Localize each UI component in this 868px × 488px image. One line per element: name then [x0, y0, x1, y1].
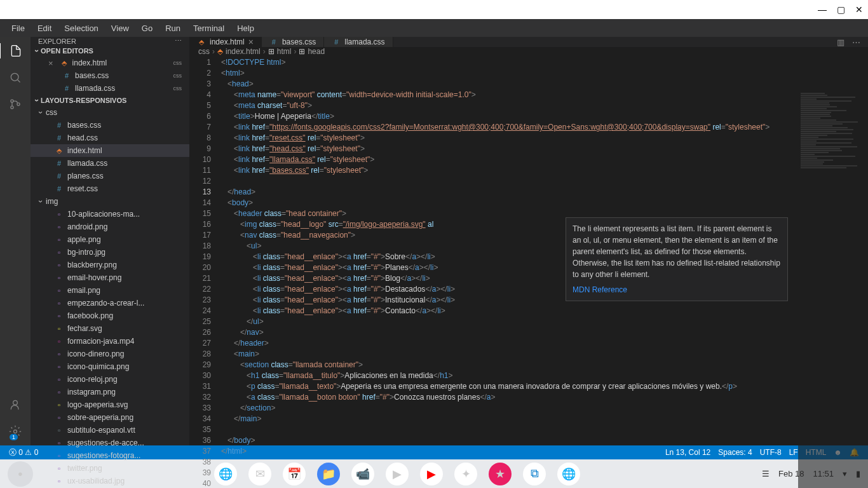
sidebar-more-icon[interactable]: ⋯	[175, 37, 182, 45]
open-editor-bases[interactable]: #bases.csscss	[31, 69, 189, 82]
file-planes-css[interactable]: #planes.css	[31, 170, 189, 182]
section-open-editors[interactable]: OPEN EDITORS	[31, 45, 189, 57]
file-item[interactable]: ▫empezando-a-crear-l...	[31, 297, 189, 309]
svg-line-1	[18, 80, 20, 83]
minimize-button[interactable]: —	[818, 4, 827, 15]
folder-img[interactable]: img	[31, 195, 189, 208]
open-editor-llamada[interactable]: #llamada.csscss	[31, 82, 189, 95]
folder-css[interactable]: css	[31, 106, 189, 119]
menu-help[interactable]: Help	[231, 21, 261, 36]
more-actions-icon[interactable]: ⋯	[852, 37, 860, 47]
svg-point-3	[11, 106, 13, 109]
menu-view[interactable]: View	[105, 21, 135, 36]
menu-go[interactable]: Go	[135, 21, 159, 36]
launcher-icon[interactable]: ●	[8, 461, 33, 487]
file-index-html[interactable]: ⬘index.html	[31, 144, 189, 157]
file-item[interactable]: ▫email.png	[31, 284, 189, 297]
svg-point-2	[11, 100, 13, 102]
close-button[interactable]: ✕	[855, 4, 863, 15]
file-item[interactable]: ▫email-hover.png	[31, 271, 189, 284]
file-item[interactable]: ▫subtitulo-espanol.vtt	[31, 424, 189, 437]
titlebar: — ▢ ✕	[0, 0, 868, 19]
section-workspace[interactable]: LAYOUTS-RESPONSIVOS	[31, 95, 189, 106]
mdn-reference-link[interactable]: MDN Reference	[573, 284, 781, 295]
status-errors[interactable]: ⓧ 0 ⚠ 0	[5, 447, 42, 458]
accounts-icon[interactable]	[8, 397, 23, 412]
tabs: ⬘index.html× #bases.css #llamada.css ▥ ⋯	[189, 37, 868, 47]
file-item[interactable]: ▫fechar.svg	[31, 322, 189, 335]
close-icon[interactable]: ×	[248, 37, 254, 47]
source-control-icon[interactable]	[8, 97, 23, 112]
menu-edit[interactable]: Edit	[31, 21, 58, 36]
sidebar-title: EXPLORER	[38, 37, 76, 45]
breadcrumb[interactable]: css› ⬘index.html› ⊞html› ⊞head	[189, 47, 868, 56]
tab-llamada-css[interactable]: #llamada.css	[324, 37, 393, 47]
file-item[interactable]: ▫facebook.png	[31, 309, 189, 322]
split-editor-icon[interactable]: ▥	[837, 37, 844, 47]
file-item[interactable]: ▫10-aplicaciones-ma...	[31, 208, 189, 220]
gutter: 1234567891011121314151617181920212223242…	[189, 56, 221, 488]
file-item[interactable]: ▫logo-apeperia.svg	[31, 398, 189, 411]
sidebar: EXPLORER ⋯ OPEN EDITORS ×⬘index.htmlcss …	[31, 37, 189, 445]
file-item[interactable]: ▫icono-dinero.png	[31, 348, 189, 360]
file-item[interactable]: ▫icono-reloj.png	[31, 373, 189, 386]
tab-bases-css[interactable]: #bases.css	[262, 37, 324, 47]
menu-run[interactable]: Run	[159, 21, 187, 36]
file-llamada-css[interactable]: #llamada.css	[31, 157, 189, 170]
menu-file[interactable]: File	[5, 21, 31, 36]
svg-point-0	[11, 73, 18, 81]
file-item[interactable]: ▫instagram.png	[31, 386, 189, 398]
svg-point-4	[17, 103, 20, 105]
file-item[interactable]: ▫android.png	[31, 220, 189, 233]
open-editor-index[interactable]: ×⬘index.htmlcss	[31, 57, 189, 69]
file-item[interactable]: ▫sobre-apeperia.png	[31, 411, 189, 424]
activitybar: 1	[0, 37, 31, 445]
file-item[interactable]: ▫bg-intro.jpg	[31, 246, 189, 259]
close-icon[interactable]: ×	[46, 58, 56, 68]
menubar: File Edit Selection View Go Run Terminal…	[0, 19, 868, 37]
settings-badge: 1	[10, 434, 18, 440]
svg-point-5	[13, 400, 18, 405]
file-item[interactable]: ▫formacion-java.mp4	[31, 335, 189, 348]
search-icon[interactable]	[8, 70, 23, 85]
file-item[interactable]: ▫apple.png	[31, 233, 189, 246]
svg-point-6	[14, 430, 17, 433]
file-item[interactable]: ▫blackberry.png	[31, 259, 189, 271]
file-item[interactable]: ▫sugestiones-fotogra...	[31, 449, 189, 462]
sidebar-header: EXPLORER ⋯	[31, 37, 189, 45]
file-item[interactable]: ▫twitter.png	[31, 462, 189, 475]
settings-icon[interactable]: 1	[8, 424, 23, 439]
editor: ⬘index.html× #bases.css #llamada.css ▥ ⋯…	[189, 37, 868, 445]
minimap[interactable]	[798, 92, 868, 488]
hover-text: The li element represents a list item. I…	[573, 223, 781, 280]
tab-index-html[interactable]: ⬘index.html×	[189, 37, 262, 47]
file-item[interactable]: ▫sugestiones-de-acce...	[31, 437, 189, 449]
file-head-css[interactable]: #head.css	[31, 132, 189, 144]
hover-tooltip: The li element represents a list item. I…	[566, 217, 788, 301]
menu-terminal[interactable]: Terminal	[187, 21, 231, 36]
menu-selection[interactable]: Selection	[58, 21, 104, 36]
maximize-button[interactable]: ▢	[837, 4, 845, 15]
file-bases-css[interactable]: #bases.css	[31, 119, 189, 132]
file-item[interactable]: ▫ux-usabilidad.jpg	[31, 475, 189, 487]
explorer-icon[interactable]	[0, 43, 30, 58]
file-reset-css[interactable]: #reset.css	[31, 182, 189, 195]
file-item[interactable]: ▫icono-quimica.png	[31, 360, 189, 373]
